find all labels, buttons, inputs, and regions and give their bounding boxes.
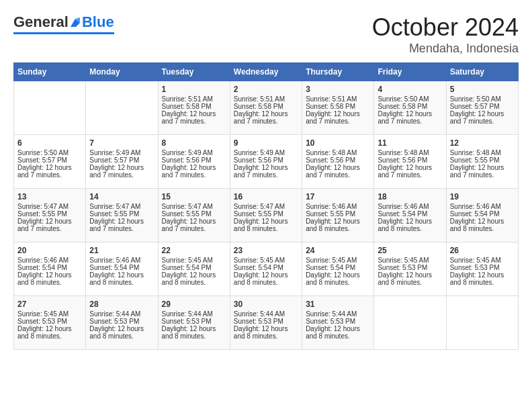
calendar-cell: 25Sunrise: 5:45 AMSunset: 5:53 PMDayligh…: [374, 242, 446, 296]
day-info-line: and 7 minutes.: [162, 171, 226, 179]
day-number: 9: [234, 138, 298, 148]
day-info-line: Daylight: 12 hours: [450, 110, 515, 118]
day-info-line: Sunrise: 5:48 AM: [378, 149, 442, 156]
calendar-cell: [86, 81, 158, 135]
day-info-line: and 8 minutes.: [234, 279, 298, 286]
logo: General Blue: [13, 13, 114, 34]
day-info-line: Sunset: 5:53 PM: [450, 264, 515, 271]
day-info-line: Sunrise: 5:46 AM: [450, 203, 515, 210]
day-number: 5: [450, 85, 515, 94]
day-info-line: Sunset: 5:56 PM: [162, 156, 226, 164]
day-info-line: Sunset: 5:53 PM: [89, 318, 154, 325]
day-info-line: Daylight: 12 hours: [234, 164, 298, 171]
day-info-line: Sunset: 5:53 PM: [162, 318, 226, 325]
day-info-line: Daylight: 12 hours: [234, 110, 298, 118]
day-info-line: and 8 minutes.: [378, 225, 442, 232]
day-number: 18: [378, 192, 442, 201]
logo-general-text: General: [13, 13, 69, 31]
day-info-line: Sunrise: 5:50 AM: [378, 95, 442, 103]
day-number: 29: [162, 300, 226, 309]
day-number: 4: [378, 85, 442, 94]
day-info-line: and 7 minutes.: [234, 171, 298, 179]
day-number: 23: [234, 246, 298, 255]
day-info-line: Sunrise: 5:49 AM: [89, 149, 154, 156]
day-number: 14: [89, 192, 154, 201]
day-number: 13: [17, 192, 82, 201]
logo-blue-text: Blue: [82, 13, 114, 31]
day-info-line: Daylight: 12 hours: [89, 325, 154, 332]
calendar-cell: 19Sunrise: 5:46 AMSunset: 5:54 PMDayligh…: [446, 189, 518, 242]
calendar-cell: 2Sunrise: 5:51 AMSunset: 5:58 PMDaylight…: [230, 81, 302, 135]
calendar-cell: 7Sunrise: 5:49 AMSunset: 5:57 PMDaylight…: [86, 135, 158, 189]
day-info-line: and 8 minutes.: [17, 279, 82, 286]
calendar-cell: 13Sunrise: 5:47 AMSunset: 5:55 PMDayligh…: [14, 189, 86, 242]
day-info-line: Daylight: 12 hours: [234, 325, 298, 332]
day-info-line: Daylight: 12 hours: [378, 110, 442, 118]
day-info-line: Sunrise: 5:45 AM: [162, 257, 226, 264]
day-info-line: Sunset: 5:54 PM: [234, 264, 298, 271]
calendar-week-row: 1Sunrise: 5:51 AMSunset: 5:58 PMDaylight…: [14, 81, 519, 135]
day-info-line: Sunset: 5:54 PM: [306, 264, 370, 271]
day-info-line: Sunrise: 5:47 AM: [162, 203, 226, 210]
day-info-line: Daylight: 12 hours: [306, 325, 370, 332]
day-info-line: Sunrise: 5:47 AM: [234, 203, 298, 210]
day-info-line: Sunset: 5:55 PM: [306, 210, 370, 218]
day-info-line: Sunset: 5:58 PM: [306, 103, 370, 110]
calendar-cell: 9Sunrise: 5:49 AMSunset: 5:56 PMDaylight…: [230, 135, 302, 189]
day-number: 28: [89, 300, 154, 309]
day-number: 30: [234, 300, 298, 309]
day-info-line: Daylight: 12 hours: [162, 218, 226, 225]
calendar-cell: 30Sunrise: 5:44 AMSunset: 5:53 PMDayligh…: [230, 296, 302, 350]
day-info-line: and 8 minutes.: [234, 332, 298, 340]
day-number: 10: [306, 138, 370, 148]
day-info-line: Sunset: 5:58 PM: [162, 103, 226, 110]
day-info-line: Sunset: 5:53 PM: [17, 318, 82, 325]
day-info-line: and 8 minutes.: [306, 279, 370, 286]
day-info-line: Daylight: 12 hours: [234, 218, 298, 225]
day-info-line: Sunrise: 5:47 AM: [89, 203, 154, 210]
day-info-line: Daylight: 12 hours: [162, 164, 226, 171]
calendar-cell: 8Sunrise: 5:49 AMSunset: 5:56 PMDaylight…: [158, 135, 230, 189]
day-info-line: Sunset: 5:54 PM: [89, 264, 154, 271]
day-info-line: Sunrise: 5:46 AM: [17, 257, 82, 264]
calendar-cell: 28Sunrise: 5:44 AMSunset: 5:53 PMDayligh…: [86, 296, 158, 350]
day-info-line: and 7 minutes.: [378, 171, 442, 179]
day-number: 16: [234, 192, 298, 201]
day-number: 12: [450, 138, 515, 148]
calendar-cell: 26Sunrise: 5:45 AMSunset: 5:53 PMDayligh…: [446, 242, 518, 296]
day-info-line: Sunrise: 5:48 AM: [306, 149, 370, 156]
calendar-cell: 20Sunrise: 5:46 AMSunset: 5:54 PMDayligh…: [14, 242, 86, 296]
day-info-line: Sunrise: 5:46 AM: [378, 203, 442, 210]
calendar-cell: 5Sunrise: 5:50 AMSunset: 5:57 PMDaylight…: [446, 81, 518, 135]
day-info-line: Daylight: 12 hours: [306, 110, 370, 118]
day-info-line: and 8 minutes.: [162, 279, 226, 286]
day-info-line: Sunset: 5:55 PM: [234, 210, 298, 218]
day-info-line: Daylight: 12 hours: [162, 325, 226, 332]
column-header-sunday: Sunday: [14, 63, 86, 81]
day-info-line: Sunrise: 5:45 AM: [450, 257, 515, 264]
day-info-line: Daylight: 12 hours: [378, 271, 442, 279]
column-header-monday: Monday: [86, 63, 158, 81]
day-info-line: and 7 minutes.: [17, 225, 82, 232]
day-number: 8: [162, 138, 226, 148]
day-info-line: Sunrise: 5:49 AM: [162, 149, 226, 156]
day-info-line: and 8 minutes.: [234, 225, 298, 232]
calendar-cell: 12Sunrise: 5:48 AMSunset: 5:55 PMDayligh…: [446, 135, 518, 189]
page-title: October 2024: [372, 13, 519, 42]
day-info-line: and 8 minutes.: [17, 332, 82, 340]
calendar-cell: 24Sunrise: 5:45 AMSunset: 5:54 PMDayligh…: [302, 242, 374, 296]
column-header-tuesday: Tuesday: [158, 63, 230, 81]
day-number: 6: [17, 138, 82, 148]
day-info-line: Sunset: 5:54 PM: [162, 264, 226, 271]
day-number: 17: [306, 192, 370, 201]
day-info-line: and 8 minutes.: [89, 279, 154, 286]
day-info-line: Daylight: 12 hours: [378, 164, 442, 171]
day-info-line: and 7 minutes.: [450, 171, 515, 179]
day-info-line: Sunrise: 5:47 AM: [17, 203, 82, 210]
day-number: 2: [234, 85, 298, 94]
day-number: 26: [450, 246, 515, 255]
calendar-header-row: SundayMondayTuesdayWednesdayThursdayFrid…: [14, 63, 519, 81]
calendar-cell: 1Sunrise: 5:51 AMSunset: 5:58 PMDaylight…: [158, 81, 230, 135]
day-info-line: and 8 minutes.: [306, 332, 370, 340]
column-header-wednesday: Wednesday: [230, 63, 302, 81]
